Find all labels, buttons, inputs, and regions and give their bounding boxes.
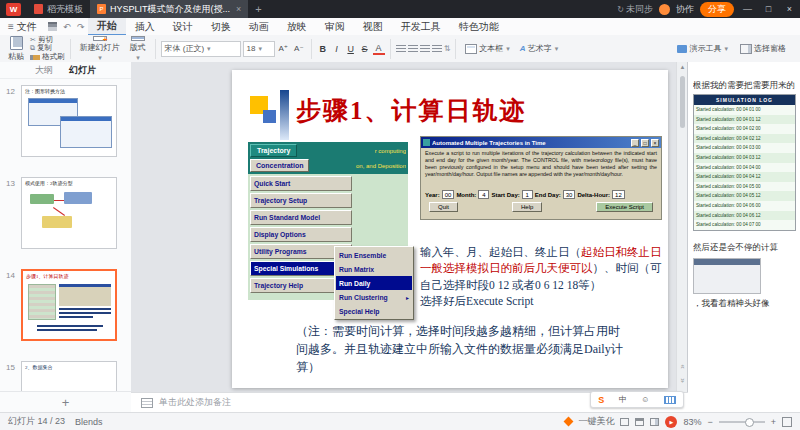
paste-button[interactable]: 粘贴 [4,36,28,62]
dialog-maximize-icon [641,139,649,147]
paste-icon [10,36,23,50]
slide-note-text[interactable]: （注：需要时间计算，选择时间段越多越精细，但计算占用时间越多。并且轨迹建立中所输… [296,322,626,376]
thumbnail-preview[interactable]: 2、数据集合 [21,361,117,392]
zoom-slider-thumb[interactable] [745,418,754,427]
slide-title[interactable]: 步骤1、计算日轨迹 [296,94,527,127]
italic-button[interactable]: I [331,44,343,54]
menu-insert[interactable]: 插入 [126,19,164,35]
font-family-select[interactable]: 宋体 (正文) [161,41,241,57]
slide-counter[interactable]: 幻灯片 14 / 23 [8,415,65,428]
thumbnail-12[interactable]: 12 注：图形转换方法 [0,85,131,157]
align-left-icon[interactable] [396,45,406,53]
thumbnail-13[interactable]: 13 模式使用：2轨迹分型 [0,177,131,249]
wordart-button[interactable]: A 艺术字 [516,43,562,54]
tab-outline[interactable]: 大纲 [35,64,53,77]
underline-button[interactable]: U [345,44,357,54]
textbox-button[interactable]: 文本框 [461,43,514,54]
thumbnail-list[interactable]: 12 注：图形转换方法 13 模式使用：2轨迹分型 [0,79,131,392]
slide-sorter-view-icon[interactable] [635,418,644,426]
thumbnail-15[interactable]: 15 2、数据集合 [0,361,131,392]
close-tab-icon[interactable]: × [236,4,241,14]
reading-view-icon[interactable] [650,418,659,426]
avatar[interactable] [659,4,670,15]
thumbnail-preview[interactable]: 模式使用：2轨迹分型 [21,177,117,249]
slide-paragraph[interactable]: 输入年、月、起始日、终止日（起始日和终止日一般选择模拟日的前后几天便可以）、时间… [420,244,666,309]
menu-review[interactable]: 审阅 [316,19,354,35]
tab-current-document[interactable]: P HYSPLIT模式简介及使用(授... × [90,0,248,18]
minimize-button[interactable]: — [740,4,755,14]
thumbnail-preview[interactable]: 注：图形转换方法 [21,85,117,157]
submenu-item: Run Ensemble [336,248,412,262]
menu-home[interactable]: 开始 [88,18,126,36]
mini-shape [30,194,54,204]
save-icon[interactable] [48,22,57,31]
font-size-select[interactable]: 18 [243,41,275,57]
format-painter-button[interactable]: 格式刷 [30,53,65,62]
menu-animation[interactable]: 动画 [240,19,278,35]
strikethrough-button[interactable]: S [359,44,371,54]
align-right-icon[interactable] [420,45,430,53]
fit-to-window-icon[interactable] [782,417,792,427]
thumbnail-preview[interactable]: 步骤1、计算日轨迹 [21,269,117,341]
log-row: Started calculation: 00 04 06 12 [694,211,795,221]
log-row: Started calculation: 00 04 03 00 [694,143,795,153]
decrease-font-icon[interactable]: A⁻ [292,44,306,53]
close-window-button[interactable]: × [782,4,797,14]
menu-slideshow[interactable]: 放映 [278,19,316,35]
maximize-button[interactable]: □ [761,4,776,14]
layout-button[interactable]: 版式 [126,36,150,62]
selection-pane-button[interactable]: 选择窗格 [736,43,790,54]
zoom-out-button[interactable]: − [707,417,712,427]
sync-status[interactable]: 未同步 [617,3,653,16]
file-menu[interactable]: 文件 [0,20,45,34]
thumbnail-14-selected[interactable]: 14 步骤1、计算日轨迹 [0,269,131,341]
line-spacing-icon[interactable] [444,44,451,53]
mini-menu-screenshot [28,284,56,320]
normal-view-icon[interactable] [620,418,629,426]
ime-language-mode[interactable]: 中 [619,394,627,405]
hysplit-submenu: Run Ensemble Run Matrix Run Daily Run Cl… [334,246,414,320]
play-slideshow-button[interactable] [665,416,677,428]
zoom-in-button[interactable]: + [771,417,776,427]
field-label: Year: [425,192,440,198]
menu-special-features[interactable]: 特色功能 [450,19,508,35]
menu-view[interactable]: 视图 [354,19,392,35]
redo-icon[interactable] [74,22,88,32]
font-color-button[interactable]: A [373,43,385,55]
wps-logo[interactable]: W [6,3,21,16]
right-panel[interactable]: 根据我的需要把需要用来的 SIMULATION LOG Started calc… [687,62,800,412]
undo-icon[interactable] [60,22,74,32]
add-slide-button[interactable]: + [0,391,131,412]
slide-14[interactable]: 步骤1、计算日轨迹 Trajectory r computing Concent… [232,70,668,388]
ime-logo[interactable]: S [598,395,604,405]
tab-slides[interactable]: 幻灯片 [69,64,96,77]
input-method-bar[interactable]: S 中 ☺ [590,391,684,408]
menu-design[interactable]: 设计 [164,19,202,35]
menu-devtools[interactable]: 开发工具 [392,19,450,35]
new-slide-label: 新建幻灯片 [80,42,120,53]
menu-transition[interactable]: 切换 [202,19,240,35]
toolbar-separator [311,39,312,59]
textbox-icon [465,44,477,54]
ime-keyboard-icon[interactable] [664,396,676,404]
bold-button[interactable]: B [317,44,329,54]
layout-icon [131,36,145,41]
ime-emoji-icon[interactable]: ☺ [641,395,649,404]
new-tab-button[interactable]: + [248,3,268,15]
align-justify-icon[interactable] [432,45,442,53]
presentation-tools-button[interactable]: 演示工具 [673,43,732,54]
hysplit-menu-screenshot[interactable]: Trajectory r computing Concentration on,… [248,142,408,300]
editing-canvas[interactable]: 步骤1、计算日轨迹 Trajectory r computing Concent… [131,62,688,392]
beautify-button[interactable]: 一键美化 [578,415,614,428]
align-center-icon[interactable] [408,45,418,53]
increase-font-icon[interactable]: A⁺ [277,44,291,53]
zoom-slider[interactable] [719,421,765,423]
share-button[interactable]: 分享 [700,2,734,17]
zoom-level[interactable]: 83% [683,417,701,427]
tab-docer-templates[interactable]: 稻壳模板 [27,0,90,18]
hysplit-dialog-screenshot[interactable]: Automated Multiple Trajectories in Time … [420,136,662,220]
collaborate-button[interactable]: 协作 [676,3,694,16]
new-slide-button[interactable]: 新建幻灯片 [76,36,124,62]
log-row: Started calculation: 00 04 05 00 [694,182,795,192]
scrollbar-thumb[interactable] [680,76,685,128]
